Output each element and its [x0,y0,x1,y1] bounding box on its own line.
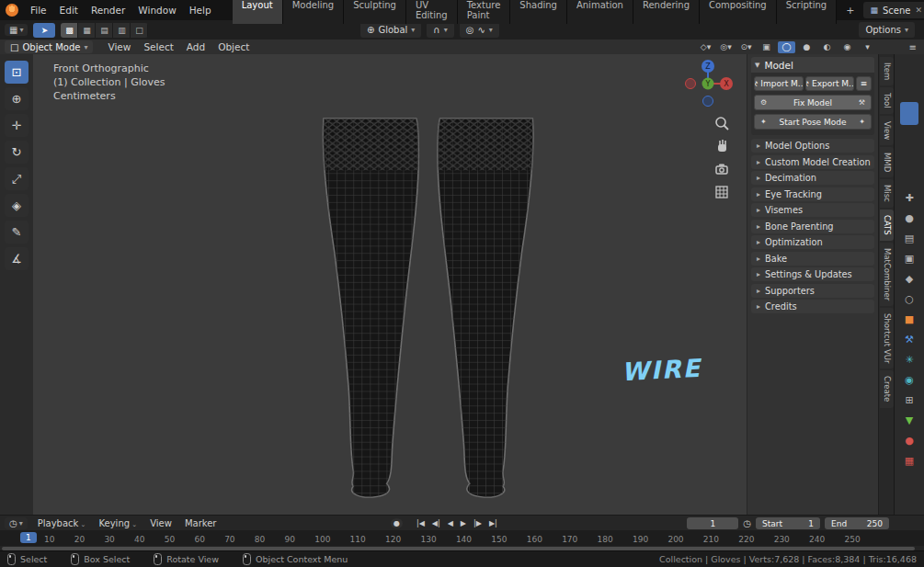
active-tool-button[interactable]: ➤ [33,23,55,38]
timeline-menu-item[interactable]: Marker [178,518,223,528]
import-model-button[interactable]: ⚒ Import M... [754,76,804,91]
select-mode-set[interactable]: ▩ [61,23,78,38]
select-mode-subtract[interactable]: ▤ [96,23,113,38]
workspace-tab[interactable]: Texture Paint [458,0,511,24]
topbar-menu-item[interactable]: Window [131,3,182,17]
sidebar-tab-cats[interactable]: CATS [880,210,894,241]
props-tab-scene[interactable]: ◆ [906,273,913,285]
grid-ortho-icon[interactable] [713,184,730,200]
tool-cursor[interactable]: ⊕ [5,87,29,110]
viewport-menu-item[interactable]: Select [138,41,178,52]
topbar-menu-item[interactable]: Render [85,3,131,17]
add-workspace-button[interactable]: + [838,3,861,18]
import-export-menu-button[interactable]: ≡ [856,76,872,91]
prev-keyframe-button[interactable]: ◀| [429,518,443,528]
topbar-menu-item[interactable]: File [24,3,53,17]
cats-section-row[interactable]: Optimization [751,235,874,249]
mode-dropdown[interactable]: □ Object Mode ▾ [5,40,93,53]
sidebar-tab-create[interactable]: Create [880,370,894,407]
object-type-visibility-dropdown[interactable]: ◇▾ [697,41,714,53]
next-keyframe-button[interactable]: |▶ [471,518,485,528]
properties-header-icon[interactable]: ≡ [909,42,917,52]
props-tab-constraints[interactable]: ⊞ [905,394,913,406]
workspace-tab[interactable]: Modeling [283,0,345,24]
tool-scale[interactable]: ⤢ [5,167,29,190]
viewport-3d[interactable]: Front Orthographic(1) Collection | Glove… [33,54,747,515]
viewport-menu-item[interactable]: View [102,41,136,52]
cats-section-row[interactable]: Eye Tracking [751,187,874,201]
workspace-tab[interactable]: Layout [233,0,283,24]
props-tab-tool[interactable]: ✚ [905,192,913,204]
shading-options-dropdown[interactable]: ▾ [859,41,876,53]
select-mode-invert[interactable]: ▥ [113,23,131,38]
cats-section-row[interactable]: Decimation [751,171,874,185]
camera-view-icon[interactable] [713,161,730,177]
timeline-ruler[interactable]: 1 10203040506070809010011012013014015016… [0,530,924,546]
timeline-menu-item[interactable]: Playback [31,518,93,528]
play-button[interactable]: ▶ [458,518,469,528]
tool-select-box[interactable]: ⊡ [5,61,29,84]
workspace-tab[interactable]: Shading [510,0,567,24]
orientation-dropdown[interactable]: ⊕ Global ▾ [360,22,421,38]
cats-section-row[interactable]: Bone Parenting [751,220,874,233]
props-tab-texture[interactable]: ▦ [905,455,914,467]
scene-selector[interactable]: ▦ Scene ✕ [863,2,924,18]
auto-keying-button[interactable]: ● [391,518,403,528]
snap-toggle[interactable]: ∩ ▾ [427,22,453,38]
sidebar-tab-view[interactable]: View [880,116,894,145]
pan-hand-icon[interactable] [713,138,730,154]
sidebar-tab-matcombiner[interactable]: MatCombiner [880,243,894,306]
props-tab-material[interactable]: ● [905,435,914,447]
sidebar-tab-tool[interactable]: Tool [880,87,894,114]
jump-to-start-button[interactable]: |◀ [414,518,428,528]
cats-section-row[interactable]: Settings & Updates [751,267,874,281]
current-frame-playhead[interactable]: 1 [20,532,37,543]
viewport-overlays-dropdown[interactable]: ⊙▾ [737,41,755,53]
scene-unlink-icon[interactable]: ✕ [915,6,922,15]
fix-model-button[interactable]: ⚙ Fix Model ⚒ [754,95,872,110]
props-tab-world[interactable]: ○ [905,293,914,305]
model-panel-header[interactable]: Model [751,57,874,73]
workspace-tab[interactable]: Sculpting [344,0,406,24]
tool-rotate[interactable]: ↻ [5,141,29,164]
export-model-button[interactable]: ⚒ Export M... [805,76,855,91]
zoom-icon[interactable] [713,115,730,131]
toggle-xray-icon[interactable]: ▣ [758,41,775,53]
cats-section-row[interactable]: Supporters [751,284,874,298]
tool-annotate[interactable]: ✎ [5,221,29,244]
tool-transform[interactable]: ◈ [5,194,29,217]
shading-material-preview-icon[interactable]: ◐ [818,41,836,53]
properties-active-indicator[interactable] [900,102,918,125]
workspace-tab[interactable]: Rendering [633,0,700,24]
proportional-editing-toggle[interactable]: ◎ ∿ ▾ [460,22,499,38]
blender-logo-icon[interactable] [6,4,18,17]
timeline-menu-item[interactable]: View [143,518,178,528]
options-dropdown[interactable]: Options ▾ [859,22,915,38]
viewport-gizmos-dropdown[interactable]: ◎▾ [717,41,735,53]
viewport-menu-item[interactable]: Object [212,41,255,52]
sidebar-tab-item[interactable]: Item [880,57,894,85]
shading-solid-icon[interactable]: ● [798,41,816,53]
sidebar-tab-mmd[interactable]: MMD [880,147,894,177]
props-tab-output[interactable]: ▤ [905,232,914,244]
workspace-tab[interactable]: Scripting [777,0,837,24]
current-frame-field[interactable]: 1 [687,517,738,529]
gizmo-neg-x-axis[interactable] [686,79,696,89]
gizmo-neg-z-axis[interactable] [703,96,713,107]
props-tab-view-layer[interactable]: ▣ [905,253,914,265]
start-pose-mode-button[interactable]: ✦ Start Pose Mode ✦ [754,114,872,130]
props-tab-object[interactable]: ■ [905,313,914,325]
sidebar-tab-misc[interactable]: Misc [880,179,894,208]
topbar-menu-item[interactable]: Help [183,3,218,17]
select-mode-intersect[interactable]: □ [131,23,148,38]
select-mode-extend[interactable]: ▦ [78,23,96,38]
cats-section-row[interactable]: Bake [751,252,874,266]
topbar-menu-item[interactable]: Edit [53,3,85,17]
shading-rendered-icon[interactable]: ◉ [838,41,856,53]
cats-section-row[interactable]: Custom Model Creation [751,155,874,169]
navigation-gizmo[interactable]: Z X Y [682,58,734,109]
cats-section-row[interactable]: Credits [751,300,874,313]
jump-to-end-button[interactable]: ▶| [486,518,500,528]
workspace-tab[interactable]: Compositing [700,0,777,24]
props-tab-physics[interactable]: ◉ [905,374,914,386]
